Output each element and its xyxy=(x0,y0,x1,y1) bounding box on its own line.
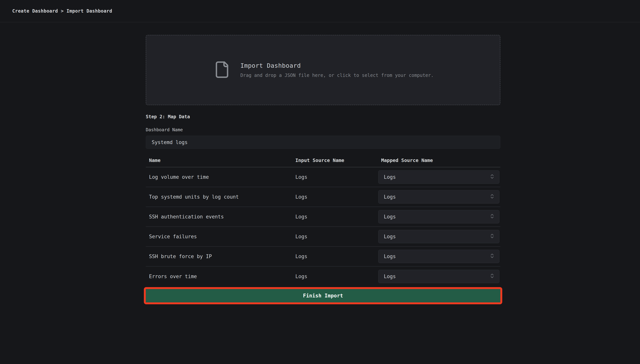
file-icon xyxy=(212,60,232,80)
chevrons-up-down-icon xyxy=(489,213,495,220)
mapped-source-select[interactable]: Logs xyxy=(378,190,499,204)
row-input-source: Logs xyxy=(292,234,378,240)
row-input-source: Logs xyxy=(292,274,378,279)
row-input-source: Logs xyxy=(292,194,378,200)
mapped-source-select[interactable]: Logs xyxy=(378,250,499,263)
mapped-source-select[interactable]: Logs xyxy=(378,270,499,283)
selected-option-label: Logs xyxy=(384,254,396,259)
mapped-source-select[interactable]: Logs xyxy=(378,230,499,243)
dropzone-title: Import Dashboard xyxy=(240,62,434,69)
row-name: Top systemd units by log count xyxy=(146,194,292,200)
dropzone-subtitle: Drag and drop a JSON file here, or click… xyxy=(240,73,434,78)
mapped-source-select[interactable]: Logs xyxy=(378,170,499,184)
column-header-mapped-source: Mapped Source Name xyxy=(378,158,500,163)
column-header-input-source: Input Source Name xyxy=(292,158,378,163)
row-name: Service failures xyxy=(146,234,292,240)
row-input-source: Logs xyxy=(292,174,378,180)
column-header-name: Name xyxy=(146,158,292,163)
finish-import-button[interactable]: Finish Import xyxy=(146,289,500,302)
dashboard-name-input[interactable] xyxy=(146,136,500,149)
table-row: Service failures Logs Logs xyxy=(146,227,500,247)
mapped-source-select[interactable]: Logs xyxy=(378,210,499,224)
chevrons-up-down-icon xyxy=(489,272,495,280)
selected-option-label: Logs xyxy=(384,274,396,279)
selected-option-label: Logs xyxy=(384,214,396,220)
table-row: Log volume over time Logs Logs xyxy=(146,167,500,187)
row-name: Log volume over time xyxy=(146,174,292,180)
row-input-source: Logs xyxy=(292,254,378,259)
selected-option-label: Logs xyxy=(384,194,396,200)
chevrons-up-down-icon xyxy=(489,233,495,240)
chevrons-up-down-icon xyxy=(489,193,495,201)
row-name: SSH brute force by IP xyxy=(146,254,292,259)
chevrons-up-down-icon xyxy=(489,173,495,181)
top-navigation-bar: Create Dashboard > Import Dashboard xyxy=(0,0,640,22)
table-row: SSH authentication events Logs Logs xyxy=(146,207,500,227)
table-row: Errors over time Logs Logs xyxy=(146,266,500,286)
import-dashboard-panel: Import Dashboard Drag and drop a JSON fi… xyxy=(146,35,500,302)
dropzone-text: Import Dashboard Drag and drop a JSON fi… xyxy=(240,62,434,78)
selected-option-label: Logs xyxy=(384,174,396,180)
step-heading: Step 2: Map Data xyxy=(146,114,500,120)
breadcrumb[interactable]: Create Dashboard > Import Dashboard xyxy=(12,8,112,14)
chevrons-up-down-icon xyxy=(489,252,495,260)
row-name: Errors over time xyxy=(146,274,292,279)
json-file-dropzone[interactable]: Import Dashboard Drag and drop a JSON fi… xyxy=(146,35,500,105)
row-input-source: Logs xyxy=(292,214,378,220)
table-header-row: Name Input Source Name Mapped Source Nam… xyxy=(146,155,500,167)
table-row: Top systemd units by log count Logs Logs xyxy=(146,187,500,207)
selected-option-label: Logs xyxy=(384,234,396,240)
table-row: SSH brute force by IP Logs Logs xyxy=(146,247,500,266)
row-name: SSH authentication events xyxy=(146,214,292,220)
dashboard-name-label: Dashboard Name xyxy=(146,127,500,132)
source-mapping-table: Name Input Source Name Mapped Source Nam… xyxy=(146,155,500,286)
